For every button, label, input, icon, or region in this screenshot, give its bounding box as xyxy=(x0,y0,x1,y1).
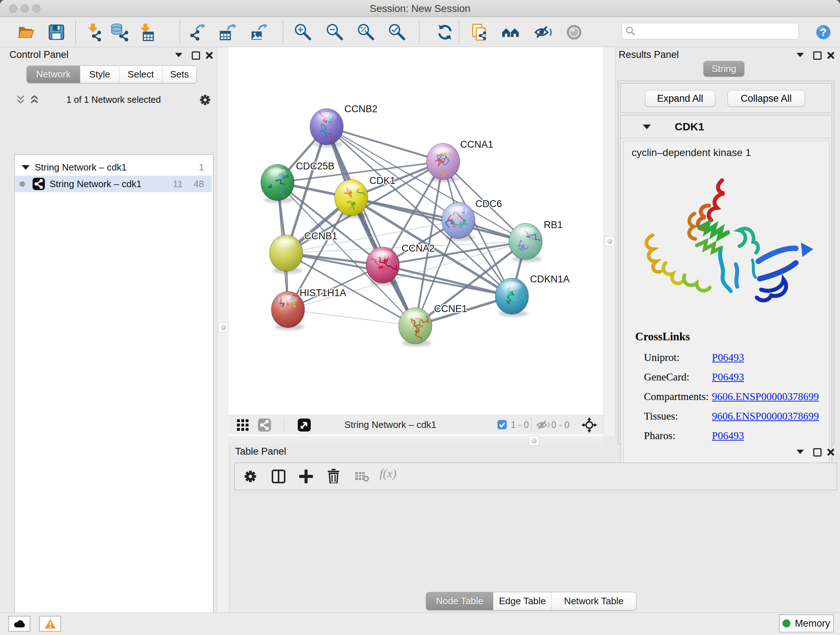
network-row[interactable]: String Network – cdk1 11 48 xyxy=(15,176,212,192)
table-panel-menu-button[interactable] xyxy=(795,447,805,457)
tab-edge-table[interactable]: Edge Table xyxy=(493,592,552,610)
network-selection-status: 1 of 1 Network selected xyxy=(14,95,213,105)
gene-disclosure-icon[interactable] xyxy=(643,125,651,129)
import-network-database-button[interactable] xyxy=(109,22,129,42)
expand-collapse-bar: Expand All Collapse All xyxy=(620,83,832,113)
table-panel-float-button[interactable] xyxy=(812,447,822,457)
toolbar-divider xyxy=(284,417,284,432)
network-collection-row[interactable]: String Network – cdk1 1 xyxy=(15,159,212,176)
collapse-all-button[interactable]: Collapse All xyxy=(728,90,805,107)
network-overview-icon[interactable] xyxy=(257,418,271,432)
save-session-button[interactable] xyxy=(46,22,66,42)
current-network-dot-icon xyxy=(19,181,25,187)
network-options-gear-icon[interactable] xyxy=(199,94,211,106)
crosslink-link[interactable]: 9606.ENSP00000378699 xyxy=(712,391,819,402)
warnings-button[interactable] xyxy=(39,616,61,632)
houses-button[interactable] xyxy=(500,22,521,42)
show-hidden-button[interactable] xyxy=(564,22,584,42)
crosslink-link[interactable]: P06493 xyxy=(712,352,744,363)
control-panel-float-button[interactable] xyxy=(191,50,201,60)
help-button[interactable]: ? xyxy=(813,22,834,42)
crosslink-label: Tissues: xyxy=(644,410,712,422)
tab-network-table[interactable]: Network Table xyxy=(552,592,636,610)
export-image-button[interactable] xyxy=(249,22,270,42)
horizontal-splitter[interactable] xyxy=(229,436,603,445)
export-image-icon xyxy=(250,23,269,42)
cloud-icon xyxy=(13,619,26,628)
crosslink-link[interactable]: 9606.ENSP00000378699 xyxy=(712,410,819,422)
gene-details: cyclin–dependent kinase 1 xyxy=(623,141,829,478)
zoom-in-button[interactable] xyxy=(293,22,313,42)
window-title: Session: New Session xyxy=(0,3,840,14)
table-tabs: Node Table Edge Table Network Table xyxy=(426,592,636,610)
search-icon xyxy=(625,26,636,36)
export-table-button[interactable] xyxy=(218,22,238,42)
zoom-out-button[interactable] xyxy=(325,22,345,42)
apply-layout-button[interactable] xyxy=(435,22,455,42)
export-table-icon xyxy=(219,23,238,42)
import-network-file-button[interactable] xyxy=(83,22,103,42)
node-label: CDC25B xyxy=(296,161,335,172)
zoom-fit-button[interactable] xyxy=(356,22,376,42)
detach-view-icon[interactable] xyxy=(297,418,311,432)
vertical-splitter-left[interactable] xyxy=(217,47,229,613)
results-panel-close-button[interactable] xyxy=(825,50,835,60)
disclosure-triangle-icon[interactable] xyxy=(22,165,30,170)
toggle-columns-icon[interactable] xyxy=(272,470,286,483)
table-toolbar: f(x) xyxy=(234,463,837,490)
birdseye-crosshair-icon[interactable] xyxy=(582,417,597,432)
tab-sets[interactable]: Sets xyxy=(163,66,196,83)
export-network-button[interactable] xyxy=(187,22,207,42)
tab-style[interactable]: Style xyxy=(80,66,119,83)
table-panel-close-button[interactable] xyxy=(825,447,835,457)
tab-network[interactable]: Network xyxy=(27,66,80,83)
tab-select[interactable]: Select xyxy=(119,66,163,83)
zoom-out-icon xyxy=(326,23,344,41)
delete-column-trash-icon[interactable] xyxy=(327,469,340,483)
clone-network-button[interactable] xyxy=(469,22,489,42)
edge-count: 48 xyxy=(194,179,204,190)
gene-header[interactable]: CDK1 xyxy=(621,116,832,138)
crosslink-link[interactable]: P06493 xyxy=(712,430,744,442)
open-session-button[interactable] xyxy=(16,22,36,42)
save-floppy-icon xyxy=(47,23,65,41)
table-panel-title: Table Panel xyxy=(235,446,286,457)
expand-all-button[interactable]: Expand All xyxy=(645,90,715,107)
selected-nodes-checkbox[interactable] xyxy=(497,420,507,430)
zoom-selected-button[interactable] xyxy=(387,22,407,42)
results-panel-float-button[interactable] xyxy=(812,50,822,60)
splitter-grip[interactable] xyxy=(529,435,539,446)
tab-string[interactable]: String xyxy=(704,61,744,76)
memory-button[interactable]: Memory xyxy=(779,614,834,632)
network-list-toolbar: 1 of 1 Network selected xyxy=(14,92,213,107)
export-network-icon xyxy=(188,23,207,42)
memory-label: Memory xyxy=(795,618,830,629)
control-panel-close-button[interactable] xyxy=(204,50,214,60)
search-input-container xyxy=(622,23,799,40)
network-canvas[interactable]: CCNB2CCNA1CDC25BCDK1CDC6RB1CCNB1CCNA2CDK… xyxy=(229,47,603,415)
node-label: CCNE1 xyxy=(434,303,467,314)
splitter-grip[interactable] xyxy=(605,236,615,246)
search-input[interactable] xyxy=(636,26,795,37)
add-column-plus-icon[interactable] xyxy=(299,470,313,483)
collection-count: 1 xyxy=(199,162,204,173)
hide-selected-button[interactable] xyxy=(532,22,553,42)
control-panel-tabs: Network Style Select Sets xyxy=(27,65,197,83)
splitter-grip[interactable] xyxy=(218,322,228,333)
results-panel: Results Panel String Expand All Collapse… xyxy=(615,47,840,445)
import-table-file-button[interactable] xyxy=(136,22,156,42)
svg-text:?: ? xyxy=(820,26,827,38)
hidden-eye-slash-icon xyxy=(535,420,550,431)
crosslink-link[interactable]: P06493 xyxy=(712,371,744,383)
vertical-splitter-right[interactable] xyxy=(603,47,616,436)
network-graph[interactable]: CCNB2CCNA1CDC25BCDK1CDC6RB1CCNB1CCNA2CDK… xyxy=(229,47,603,415)
cloud-button[interactable] xyxy=(8,616,30,632)
grid-view-icon[interactable] xyxy=(237,419,249,431)
control-panel-menu-button[interactable] xyxy=(174,50,184,60)
tab-node-table[interactable]: Node Table xyxy=(426,592,493,610)
node-label: CDKN1A xyxy=(530,274,570,285)
network-tree: String Network – cdk1 1 String Network –… xyxy=(14,154,213,635)
zoom-selected-icon xyxy=(388,23,406,41)
results-panel-menu-button[interactable] xyxy=(795,50,805,60)
table-settings-gear-icon[interactable] xyxy=(243,470,257,483)
